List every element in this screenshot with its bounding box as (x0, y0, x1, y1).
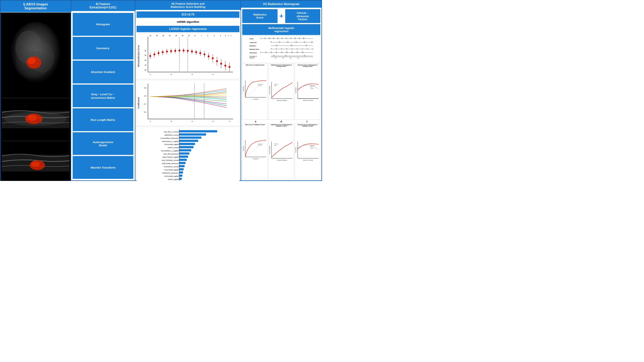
svg-text:10: 10 (188, 35, 190, 37)
svg-text:Points: Points (250, 38, 254, 40)
svg-text:-3: -3 (212, 120, 214, 122)
clinical-factors-box: Clinical－ultrasonicFactors (285, 9, 320, 23)
svg-text:Area_S55_transverse: Area_S55_transverse (163, 153, 178, 155)
svg-text:High Risk Threshold: High Risk Threshold (303, 159, 313, 161)
svg-text:140: 140 (296, 52, 298, 53)
svg-text:4.5: 4.5 (304, 41, 306, 42)
svg-text:28: 28 (162, 35, 164, 37)
svg-text:-2: -2 (212, 73, 214, 75)
calibration-training: Calibration Curve of Nomogram in Trainin… (268, 64, 294, 120)
svg-rect-132 (179, 162, 186, 164)
svg-text:Probability of: Probability of (250, 56, 257, 57)
svg-rect-294 (295, 140, 320, 161)
svg-text:Sensitivity: Sensitivity (243, 146, 244, 151)
svg-text:Area_S55_A_coronal: Area_S55_A_coronal (164, 131, 178, 133)
svg-text:Nomogram: Nomogram (258, 143, 263, 144)
svg-point-11 (27, 115, 37, 121)
svg-point-58 (195, 51, 197, 53)
svg-text:20: 20 (266, 52, 266, 53)
svg-point-60 (200, 52, 201, 54)
svg-text:-5: -5 (271, 48, 272, 49)
svg-text:0: 0 (260, 52, 261, 53)
svg-text:30: 30 (144, 54, 146, 56)
svg-text:0.1: 0.1 (273, 55, 274, 56)
svg-text:-7: -7 (150, 120, 151, 122)
svg-text:40: 40 (271, 52, 272, 53)
svg-rect-137 (179, 178, 182, 180)
section-ii: II) FeatureExtraction(n=1101) Histogram … (71, 1, 136, 180)
main-container: I) ABVS ImagesSegmentation (0, 0, 322, 181)
svg-text:-2: -2 (228, 120, 230, 122)
svg-text:-0.2: -0.2 (144, 103, 146, 105)
iii-content: ICC>0.75 mRMR algorithm LASSO logistic r… (136, 10, 241, 181)
svg-text:Lesion Size: Lesion Size (250, 42, 257, 43)
label-c: C (294, 120, 320, 123)
svg-rect-126 (179, 143, 195, 145)
svg-point-62 (204, 54, 205, 55)
coefficients-chart: Coefficients 0.5 0.0 -0.2 -0.4 (136, 80, 240, 126)
svg-text:3: 3 (313, 48, 313, 49)
calibration-training-title: Calibration Curve of Nomogram in Trainin… (269, 64, 294, 67)
svg-text:Ideal: Ideal (274, 85, 276, 86)
svg-text:Actual Probability: Actual Probability (269, 86, 270, 94)
svg-text:0: 0 (297, 48, 298, 49)
svg-text:S11InvDiMom_transverse: S11InvDiMom_transverse (160, 137, 178, 139)
svg-rect-131 (179, 159, 187, 161)
svg-text:0.9: 0.9 (304, 55, 306, 56)
mri-images-container (0, 13, 70, 181)
svg-text:-3: -3 (281, 48, 282, 49)
roc-validation: ROC Curve in Validation Cohort Sensitivi… (242, 123, 268, 179)
svg-text:160: 160 (302, 52, 304, 53)
svg-point-46 (170, 50, 172, 52)
lasso-badge: LASSO logistic regression (136, 26, 240, 32)
icc-badge: ICC>0.75 (136, 12, 240, 18)
svg-text:2: 2 (308, 48, 308, 49)
svg-point-56 (191, 51, 193, 52)
svg-point-72 (224, 65, 226, 67)
svg-rect-135 (179, 171, 183, 173)
svg-text:80: 80 (294, 37, 296, 39)
svg-text:Predicted Probability: Predicted Probability (277, 100, 287, 101)
roc-training-row: ROC Curve in Training Cohort Sensitivity… (242, 64, 320, 120)
label-b: B (269, 120, 294, 123)
svg-text:-4: -4 (276, 48, 277, 49)
svg-rect-253 (242, 79, 268, 100)
svg-text:S55Contrast_A_sagittal: S55Contrast_A_sagittal (162, 140, 178, 142)
decision-training: Decision Curve of Nomogram in Training C… (295, 64, 320, 120)
svg-text:AUC=0.90...: AUC=0.90... (258, 145, 262, 146)
svg-rect-128 (179, 149, 191, 151)
svg-text:40: 40 (277, 37, 278, 39)
svg-text:Actual Probability: Actual Probability (269, 145, 270, 154)
svg-point-44 (166, 51, 168, 52)
svg-text:GeoNc_sagittal: GeoNc_sagittal (168, 178, 178, 180)
svg-text:100: 100 (303, 37, 305, 39)
svg-text:0.0: 0.0 (144, 95, 146, 97)
svg-text:0.5: 0.5 (270, 41, 272, 42)
label-a: A (243, 120, 268, 123)
svg-rect-286 (269, 140, 294, 161)
svg-text:0: 0 (260, 37, 261, 39)
decision-validation-title: Decision Curve of Nomogram in Validation… (295, 124, 320, 127)
svg-rect-129 (179, 152, 189, 155)
svg-text:30: 30 (273, 37, 274, 39)
svg-text:35: 35 (144, 59, 146, 61)
svg-point-15 (32, 161, 40, 167)
feature-glcm: Gray－Level Co－occurrence Matrix (73, 85, 133, 107)
svg-text:60: 60 (276, 52, 277, 53)
svg-text:1-Specificity: 1-Specificity (253, 99, 259, 100)
mri-image-middle (2, 98, 70, 141)
svg-text:1: 1 (231, 35, 232, 37)
svg-text:40: 40 (144, 64, 146, 66)
svg-text:Nomogram: Nomogram (258, 84, 263, 85)
feature-geometry: Geometry (73, 37, 133, 60)
svg-text:-7: -7 (150, 73, 151, 75)
section-iv: IV) Radiomics Nomogram RadiomicsScore + … (241, 1, 322, 180)
svg-text:S11InvDiMom_A_sagittal: S11InvDiMom_A_sagittal (161, 150, 178, 152)
svg-text:Nomogram: Nomogram (310, 145, 315, 146)
feature-histogram: Histogram (73, 13, 133, 36)
svg-text:50: 50 (282, 37, 283, 39)
svg-text:S55DrEntm_transverse: S55DrEntm_transverse (162, 172, 178, 174)
svg-point-64 (208, 56, 209, 57)
svg-text:-3: -3 (191, 73, 192, 75)
svg-text:-5: -5 (170, 120, 172, 122)
